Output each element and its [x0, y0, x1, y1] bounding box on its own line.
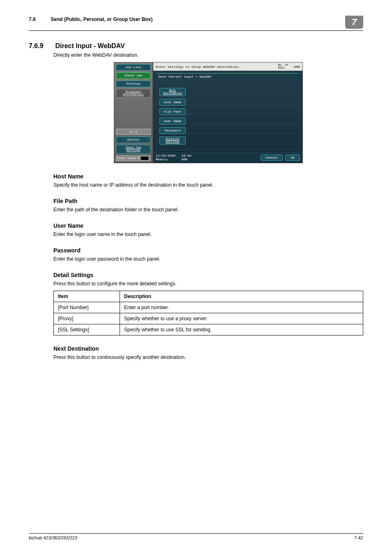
- table-row: [Port Number] Enter a port number.: [54, 302, 363, 313]
- page-footer: bizhub 423/363/283/223 7-42: [29, 533, 363, 540]
- password-text: Enter the login user password in the tou…: [53, 256, 363, 262]
- panel-top-message: Enter settings to setup WebDAV destinati…: [156, 65, 240, 69]
- check-job-button[interactable]: Check Job: [116, 72, 151, 79]
- panel-memory-value: 99%: [181, 157, 187, 161]
- detail-settings-text: Press this button to configure the more …: [53, 281, 363, 287]
- file-path-button[interactable]: File Path: [159, 108, 186, 115]
- table-header-description: Description: [120, 291, 363, 302]
- dest-count-label: No. of Dest.: [278, 64, 288, 69]
- table-row: [Proxy] Specify whether to use a proxy s…: [54, 313, 363, 324]
- job-list-button[interactable]: Job List: [116, 64, 151, 71]
- table-header-item: Item: [54, 291, 120, 302]
- panel-figure: Job List Check Job Preview Broadcast Des…: [114, 62, 303, 163]
- section-title: Direct Input - WebDAV: [55, 42, 125, 49]
- password-field[interactable]: [187, 127, 296, 133]
- dest-count-value: 000: [294, 65, 300, 69]
- password-button[interactable]: Password: [159, 127, 186, 134]
- host-name-button[interactable]: Host Name: [159, 99, 186, 106]
- delete-button[interactable]: Delete: [116, 136, 151, 143]
- table-cell-item: [SSL Settings]: [54, 324, 120, 335]
- breadcrumb: Send >Direct Input > WebDAV: [157, 73, 299, 80]
- header-section-number: 7.6: [29, 16, 49, 22]
- table-cell-desc: Specify whether to use a proxy server.: [120, 313, 363, 324]
- toner-level: Toner Level K: [116, 155, 151, 161]
- table-cell-item: [Proxy]: [54, 313, 120, 324]
- panel-left-column: Job List Check Job Preview Broadcast Des…: [114, 62, 153, 163]
- detail-settings-table: Item Description [Port Number] Enter a p…: [53, 291, 363, 335]
- panel-datetime: 12/29/2009 10:38 Memory 99%: [156, 154, 191, 162]
- panel-main-area: Send >Direct Input > WebDAV Next Destina…: [153, 71, 302, 153]
- toner-level-label: Toner Level: [117, 157, 136, 160]
- file-path-field[interactable]: [187, 108, 296, 114]
- table-cell-desc: Specify whether to use SSL for sending.: [120, 324, 363, 335]
- file-path-text: Enter the path of the destination folder…: [53, 207, 363, 213]
- panel-date: 12/29/2009: [156, 154, 175, 157]
- next-destination-heading: Next Destination: [53, 345, 363, 352]
- host-name-heading: Host Name: [53, 173, 363, 180]
- next-destination-button[interactable]: Next Destination: [159, 88, 186, 96]
- detail-settings-heading: Detail Settings: [53, 272, 363, 278]
- broadcast-destinations-button[interactable]: Broadcast Destinations: [116, 89, 151, 98]
- cancel-button[interactable]: Cancel: [261, 155, 283, 161]
- panel-right-column: Enter settings to setup WebDAV destinati…: [153, 62, 303, 163]
- host-name-field[interactable]: [187, 99, 296, 105]
- user-name-field[interactable]: [187, 118, 296, 124]
- check-job-settings-button[interactable]: Check Job Settings: [116, 145, 151, 154]
- header-left: 7.6 Send (Public, Personal, or Group Use…: [29, 16, 152, 22]
- panel-bottom-bar: 12/29/2009 10:38 Memory 99% Cancel OK: [153, 153, 302, 163]
- panel-time: 10:38: [181, 154, 191, 157]
- section-heading: 7.6.9 Direct Input - WebDAV: [29, 42, 363, 50]
- next-destination-text: Press this button to continuously specif…: [53, 354, 363, 360]
- header-section-title: Send (Public, Personal, or Group User Bo…: [51, 16, 152, 22]
- toner-k-label: K: [138, 157, 139, 160]
- toner-bar-icon: [141, 157, 148, 160]
- table-cell-item: [Port Number]: [54, 302, 120, 313]
- footer-right: 7-42: [354, 535, 363, 540]
- user-name-heading: User Name: [53, 222, 363, 229]
- detailed-settings-button[interactable]: Detailed Settings: [159, 136, 186, 145]
- chapter-tab: 7: [345, 16, 363, 29]
- running-header: 7.6 Send (Public, Personal, or Group Use…: [29, 16, 363, 31]
- user-name-button[interactable]: User Name: [159, 118, 186, 125]
- ok-button[interactable]: OK: [285, 155, 300, 161]
- page-indicator: 1/ 1: [116, 129, 151, 135]
- footer-left: bizhub 423/363/283/223: [29, 535, 77, 540]
- table-cell-desc: Enter a port number.: [120, 302, 363, 313]
- section-number: 7.6.9: [29, 42, 53, 50]
- section-intro: Directly enter the WebDAV destination.: [53, 52, 363, 58]
- host-name-text: Specify the host name or IP address of t…: [53, 182, 363, 188]
- panel-top-bar: Enter settings to setup WebDAV destinati…: [153, 62, 302, 71]
- password-heading: Password: [53, 247, 363, 254]
- table-row: [SSL Settings] Specify whether to use SS…: [54, 324, 363, 335]
- preview-button[interactable]: Preview: [116, 81, 151, 87]
- panel-memory-label: Memory: [156, 157, 168, 161]
- user-name-text: Enter the login user name in the touch p…: [53, 231, 363, 237]
- file-path-heading: File Path: [53, 198, 363, 204]
